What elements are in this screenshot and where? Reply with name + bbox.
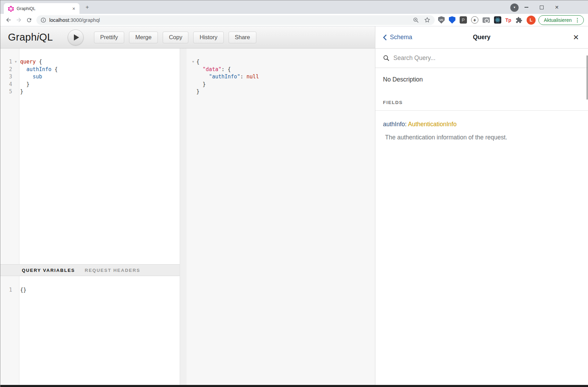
move-circle-icon[interactable] — [471, 16, 478, 24]
tp-icon[interactable]: Tp — [505, 17, 511, 23]
tab-query-variables[interactable]: QUERY VARIABLES — [22, 268, 75, 273]
window-bottom-edge — [0, 385, 588, 387]
variables-code[interactable]: 1{} — [0, 276, 180, 294]
code-text: sub — [18, 73, 42, 81]
code-line: ▼{ — [187, 58, 375, 66]
code-line: 4 } — [0, 81, 180, 88]
doc-field-row: authInfo: AuthenticationInfo — [375, 111, 588, 128]
variables-editor[interactable]: 1{} — [0, 276, 180, 385]
new-tab-button[interactable] — [84, 5, 90, 10]
line-number: 5 — [0, 88, 14, 96]
code-text: } — [194, 81, 206, 88]
ublock-origin-icon[interactable]: UO — [438, 16, 445, 24]
code-line: 3 sub — [0, 73, 180, 81]
extensions-row: UO P Tp L — [438, 16, 538, 25]
react-devtools-icon[interactable] — [494, 16, 501, 24]
page-info-icon[interactable] — [41, 17, 46, 23]
query-code[interactable]: 1▼query {2 authInfo {3 sub4 }5} — [0, 49, 180, 96]
line-number: 1 — [0, 58, 14, 66]
fold-column — [187, 66, 194, 74]
fold-arrow-icon[interactable]: ▼ — [14, 58, 18, 66]
doc-explorer-header: Query Schema — [375, 26, 588, 49]
doc-back-link[interactable]: Schema — [383, 34, 412, 41]
line-number: 4 — [0, 81, 14, 88]
browser-window: GraphiQL localhost:3000/graphql — [0, 0, 588, 387]
code-text: } — [194, 88, 199, 96]
code-line: "authInfo": null — [187, 73, 375, 81]
code-text: } — [18, 88, 23, 96]
tab-close-icon[interactable] — [71, 6, 77, 12]
doc-type-description: No Description — [375, 68, 588, 83]
p-square-icon[interactable]: P — [460, 16, 467, 24]
fold-column — [187, 88, 194, 96]
tab-title: GraphiQL — [17, 6, 71, 11]
copy-button[interactable]: Copy — [163, 32, 189, 43]
doc-fields-heading: FIELDS — [375, 100, 588, 111]
update-button[interactable]: Aktualisieren — [538, 15, 584, 25]
graphiql-logo: GraphiQL — [8, 32, 53, 43]
fold-column — [187, 81, 194, 88]
window-controls — [519, 0, 564, 14]
code-line: } — [187, 81, 375, 88]
toolbar-buttons: Prettify Merge Copy History Share — [94, 32, 256, 43]
code-text: } — [18, 81, 29, 88]
camera-icon[interactable] — [483, 17, 490, 23]
pane-resize-handle[interactable] — [180, 49, 187, 385]
zoom-indicator-icon[interactable] — [413, 17, 419, 23]
editor-column: 1▼query {2 authInfo {3 sub4 }5} QUERY VA… — [0, 49, 180, 385]
editors-area: 1▼query {2 authInfo {3 sub4 }5} QUERY VA… — [0, 49, 375, 385]
code-text: { — [194, 58, 199, 66]
fold-column — [187, 73, 194, 81]
close-window-button[interactable] — [549, 0, 564, 14]
graphiql-app: GraphiQL Prettify Merge Copy History Sha… — [0, 26, 588, 385]
query-editor[interactable]: 1▼query {2 authInfo {3 sub4 }5} — [0, 49, 180, 264]
code-text: "data": { — [194, 66, 231, 74]
play-icon — [74, 34, 79, 41]
back-button[interactable] — [3, 15, 14, 25]
forward-button[interactable] — [14, 15, 24, 25]
minimize-button[interactable] — [519, 0, 534, 14]
browser-toolbar: localhost:3000/graphql UO P — [0, 14, 588, 26]
fold-column — [14, 73, 18, 81]
code-line: } — [187, 88, 375, 96]
tab-request-headers[interactable]: REQUEST HEADERS — [85, 268, 140, 273]
bookmark-star-icon[interactable] — [424, 17, 431, 23]
doc-type-name-link[interactable]: AuthenticationInfo — [408, 121, 457, 128]
result-code: ▼{ "data": { "authInfo": null }} — [187, 49, 375, 96]
share-button[interactable]: Share — [229, 32, 256, 43]
fold-arrow-icon[interactable]: ▼ — [187, 58, 194, 66]
url-text: localhost:3000/graphql — [49, 17, 409, 23]
update-menu-dots-icon[interactable] — [575, 17, 580, 23]
code-line: 1{} — [0, 286, 180, 294]
code-line: 1▼query { — [0, 58, 180, 66]
address-bar[interactable]: localhost:3000/graphql — [36, 15, 435, 25]
maximize-button[interactable] — [534, 0, 549, 14]
line-number: 1 — [0, 286, 14, 294]
fold-column — [14, 286, 18, 294]
code-text: authInfo { — [18, 66, 58, 74]
doc-close-icon[interactable] — [573, 33, 579, 42]
prettify-button[interactable]: Prettify — [94, 32, 124, 43]
bitwarden-icon[interactable] — [449, 16, 455, 24]
graphiql-left-column: GraphiQL Prettify Merge Copy History Sha… — [0, 26, 375, 385]
browser-tab[interactable]: GraphiQL — [4, 3, 79, 14]
doc-search-input[interactable] — [393, 54, 580, 62]
profile-avatar[interactable]: L — [527, 16, 536, 25]
browser-titlebar: GraphiQL — [0, 0, 588, 14]
code-text: {} — [18, 286, 26, 294]
doc-field-name-link[interactable]: authInfo — [383, 121, 405, 128]
graphql-favicon — [8, 6, 14, 12]
reload-button[interactable] — [24, 15, 34, 25]
result-pane: ▼{ "data": { "authInfo": null }} — [187, 49, 375, 385]
extensions-puzzle-icon[interactable] — [515, 17, 522, 24]
doc-scrollbar-thumb[interactable] — [587, 55, 588, 100]
titlebar-chevron-icon[interactable] — [510, 3, 519, 12]
merge-button[interactable]: Merge — [129, 32, 158, 43]
history-button[interactable]: History — [193, 32, 223, 43]
graphiql-toolbar: GraphiQL Prettify Merge Copy History Sha… — [0, 26, 375, 49]
doc-field-description: The authentication information of the re… — [375, 128, 588, 141]
variables-tab-bar: QUERY VARIABLES REQUEST HEADERS — [0, 264, 180, 276]
doc-explorer: Query Schema No Description FIELDS — [375, 26, 588, 385]
execute-button[interactable] — [68, 29, 84, 45]
fold-column — [14, 81, 18, 88]
